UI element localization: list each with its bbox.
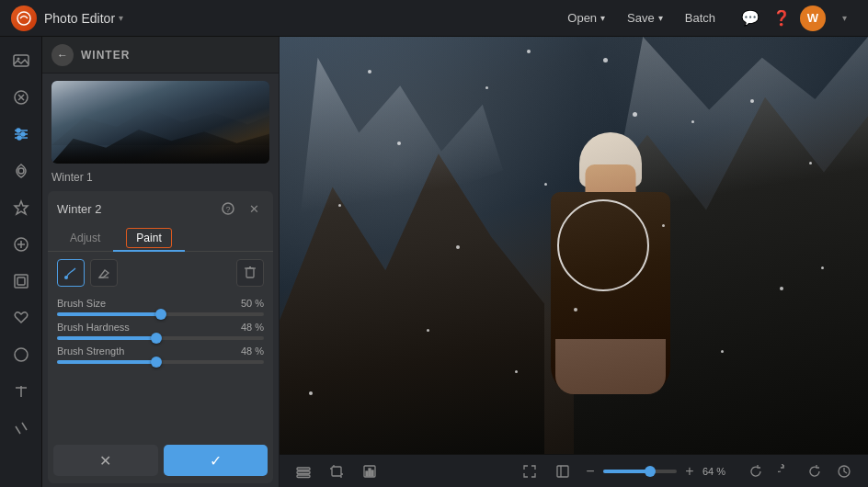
preset-thumbnail-image bbox=[51, 81, 269, 164]
svg-point-11 bbox=[17, 136, 21, 140]
confirm-icon: ✓ bbox=[210, 452, 222, 470]
tab-adjust[interactable]: Adjust bbox=[57, 226, 113, 252]
brush-strength-row: Brush Strength 48 % bbox=[57, 345, 264, 357]
sidebar-item-shape[interactable] bbox=[5, 338, 38, 371]
brush-size-row: Brush Size 50 % bbox=[57, 298, 264, 309]
zoom-controls: − + 64 % bbox=[583, 463, 736, 480]
brush-size-label: Brush Size bbox=[57, 298, 233, 309]
layers-icon-button[interactable] bbox=[291, 459, 316, 484]
inner-panel-close-button[interactable]: ✕ bbox=[244, 198, 264, 219]
brush-hardness-row: Brush Hardness 48 % bbox=[57, 322, 264, 333]
sliders-section: Brush Size 50 % Brush Hardness 48 % bbox=[48, 294, 273, 373]
confirm-button[interactable]: ✓ bbox=[164, 445, 268, 476]
open-chevron-icon: ▾ bbox=[600, 13, 605, 23]
app-name-chevron-icon: ▾ bbox=[119, 13, 123, 23]
save-button[interactable]: Save ▾ bbox=[620, 7, 670, 28]
sidebar-item-view[interactable] bbox=[5, 154, 38, 187]
svg-rect-34 bbox=[332, 467, 341, 476]
crop-icon-button[interactable] bbox=[324, 459, 349, 484]
inner-panel: Winter 2 ? ✕ Adjust Paint bbox=[48, 191, 273, 483]
panel-back-button[interactable]: ← bbox=[51, 44, 74, 66]
bottom-bar: − + 64 % bbox=[280, 454, 868, 487]
main-layout: ← WINTER Winter 1 Winter 2 ? ✕ Adjust bbox=[0, 37, 868, 487]
topbar-icons: 💬 ❓ W ▾ bbox=[737, 6, 857, 31]
svg-point-9 bbox=[17, 129, 20, 132]
cancel-icon: ✕ bbox=[99, 452, 111, 470]
brush-strength-label: Brush Strength bbox=[57, 345, 233, 357]
panel-tabs: Adjust Paint bbox=[48, 226, 273, 252]
help-icon-button[interactable]: ❓ bbox=[769, 6, 794, 31]
brush-clear-button[interactable] bbox=[236, 259, 264, 287]
chat-icon-button[interactable]: 💬 bbox=[737, 6, 763, 31]
svg-rect-38 bbox=[371, 470, 373, 476]
brush-size-value: 50 % bbox=[233, 298, 264, 309]
history-icon-button[interactable] bbox=[831, 459, 857, 484]
svg-rect-33 bbox=[297, 475, 310, 478]
svg-rect-17 bbox=[15, 275, 28, 288]
inner-panel-help-button[interactable]: ? bbox=[218, 198, 238, 219]
svg-point-19 bbox=[15, 348, 28, 361]
fit-view-icon-button[interactable] bbox=[517, 459, 542, 484]
app-name-label[interactable]: Photo Editor ▾ bbox=[44, 11, 123, 26]
svg-point-26 bbox=[64, 276, 68, 279]
inner-panel-title: Winter 2 bbox=[57, 202, 212, 216]
app-logo bbox=[11, 6, 37, 31]
back-icon: ← bbox=[57, 49, 68, 62]
svg-line-22 bbox=[16, 426, 20, 434]
sidebar-item-healing[interactable] bbox=[5, 228, 38, 261]
photo-background bbox=[280, 37, 868, 454]
sidebar-item-frames[interactable] bbox=[5, 265, 38, 298]
sidebar-item-grain[interactable] bbox=[5, 412, 38, 445]
sidebar-item-text[interactable] bbox=[5, 375, 38, 408]
inner-panel-header: Winter 2 ? ✕ bbox=[48, 191, 273, 226]
zoom-out-button[interactable]: − bbox=[583, 463, 598, 480]
svg-marker-13 bbox=[15, 201, 28, 214]
sidebar-item-adjustments[interactable] bbox=[5, 118, 38, 151]
svg-rect-31 bbox=[297, 468, 310, 470]
svg-rect-28 bbox=[246, 268, 254, 277]
sidebar-item-filters[interactable] bbox=[5, 81, 38, 114]
top-bar: Photo Editor ▾ Open ▾ Save ▾ Batch 💬 ❓ W… bbox=[0, 0, 868, 37]
fullscreen-icon-button[interactable] bbox=[550, 459, 576, 484]
tab-paint[interactable]: Paint bbox=[113, 226, 184, 252]
canvas-view[interactable] bbox=[280, 37, 868, 454]
user-initial: W bbox=[807, 11, 818, 25]
topbar-chevron-icon[interactable]: ▾ bbox=[831, 6, 857, 31]
redo-icon-button[interactable] bbox=[802, 459, 828, 484]
brush-size-slider[interactable] bbox=[57, 311, 264, 322]
user-avatar[interactable]: W bbox=[800, 6, 826, 31]
brush-hardness-value: 48 % bbox=[233, 322, 264, 333]
histogram-icon-button[interactable] bbox=[357, 459, 383, 484]
sidebar-item-image[interactable] bbox=[5, 44, 38, 77]
rotate-icon-button[interactable] bbox=[743, 459, 769, 484]
zoom-value-label: 64 % bbox=[702, 466, 736, 477]
brush-paint-button[interactable] bbox=[57, 259, 85, 287]
brush-hardness-slider[interactable] bbox=[57, 334, 264, 345]
tab-paint-label: Paint bbox=[126, 228, 171, 248]
preset-thumbnail bbox=[51, 81, 269, 164]
brush-hardness-label: Brush Hardness bbox=[57, 322, 233, 333]
brush-erase-button[interactable] bbox=[90, 259, 118, 287]
panel-header: ← WINTER bbox=[42, 37, 279, 74]
svg-rect-18 bbox=[17, 277, 25, 285]
undo-icon-button[interactable] bbox=[772, 459, 798, 484]
svg-text:?: ? bbox=[225, 205, 230, 214]
batch-label: Batch bbox=[685, 11, 715, 25]
cancel-button[interactable]: ✕ bbox=[53, 445, 158, 476]
presets-panel: ← WINTER Winter 1 Winter 2 ? ✕ Adjust bbox=[42, 37, 280, 487]
batch-button[interactable]: Batch bbox=[678, 7, 723, 28]
open-label: Open bbox=[567, 11, 597, 25]
svg-point-0 bbox=[17, 12, 30, 25]
person-coat-fur bbox=[555, 339, 666, 394]
zoom-slider[interactable] bbox=[603, 470, 677, 473]
svg-rect-36 bbox=[366, 471, 368, 476]
preset1-name: Winter 1 bbox=[42, 167, 279, 187]
person-coat bbox=[551, 192, 670, 394]
zoom-in-button[interactable]: + bbox=[682, 463, 697, 480]
sidebar-item-presets[interactable] bbox=[5, 191, 38, 224]
panel-bottom-buttons: ✕ ✓ bbox=[48, 437, 273, 483]
person bbox=[519, 132, 702, 408]
brush-strength-slider[interactable] bbox=[57, 358, 264, 369]
open-button[interactable]: Open ▾ bbox=[560, 7, 612, 28]
sidebar-item-favorites[interactable] bbox=[5, 301, 38, 334]
